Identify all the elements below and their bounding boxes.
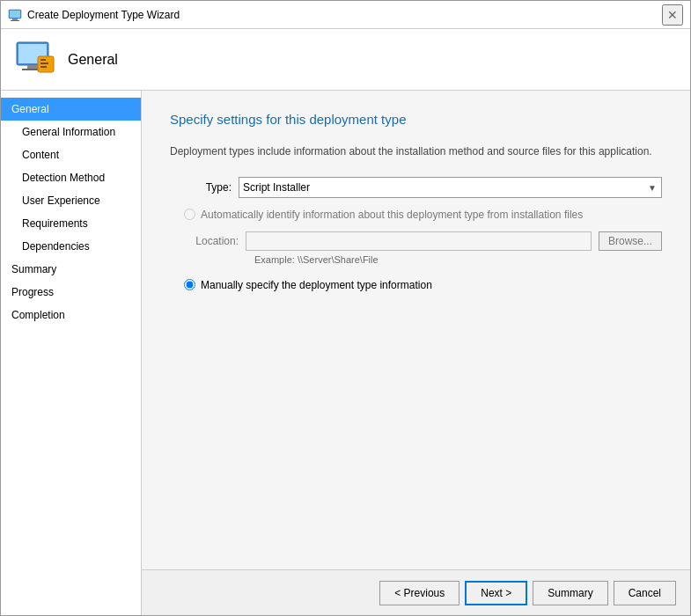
svg-rect-3: [11, 20, 19, 21]
location-example: Example: \\Server\Share\File: [254, 254, 662, 265]
main-content: Specify settings for this deployment typ…: [142, 91, 690, 569]
content-area: General General Information Content Dete…: [1, 91, 690, 615]
sidebar-item-general[interactable]: General: [1, 98, 141, 121]
browse-button[interactable]: Browse...: [599, 231, 662, 251]
location-label: Location:: [184, 235, 239, 247]
window-title: Create Deployment Type Wizard: [27, 9, 180, 21]
header-title: General: [68, 52, 118, 68]
location-row: Location: Browse...: [184, 231, 662, 251]
header-bar: General: [1, 29, 690, 91]
page-title: Specify settings for this deployment typ…: [170, 112, 662, 127]
sidebar-item-detection-method[interactable]: Detection Method: [1, 166, 141, 189]
type-select[interactable]: Script Installer MSI App-V Windows Store…: [239, 177, 662, 198]
svg-rect-6: [27, 65, 38, 69]
window-icon: [8, 8, 22, 22]
title-bar-left: Create Deployment Type Wizard: [8, 8, 180, 22]
title-bar: Create Deployment Type Wizard ✕: [1, 1, 690, 29]
type-label: Type:: [170, 181, 232, 194]
svg-rect-9: [40, 59, 46, 61]
svg-rect-2: [12, 18, 18, 20]
svg-rect-10: [40, 62, 48, 64]
sidebar-item-progress[interactable]: Progress: [1, 281, 141, 304]
main-window: Create Deployment Type Wizard ✕ General …: [0, 0, 691, 616]
next-button[interactable]: Next >: [465, 581, 527, 605]
footer: < Previous Next > Summary Cancel: [142, 569, 690, 615]
sidebar-item-completion[interactable]: Completion: [1, 304, 141, 326]
close-button[interactable]: ✕: [662, 4, 683, 26]
sidebar-item-dependencies[interactable]: Dependencies: [1, 235, 141, 258]
radio-manual-option: Manually specify the deployment type inf…: [184, 279, 662, 291]
svg-rect-11: [40, 66, 47, 68]
radio-auto[interactable]: [184, 209, 195, 220]
description-text: Deployment types include information abo…: [170, 144, 662, 159]
radio-auto-option: Automatically identify information about…: [184, 209, 662, 221]
type-select-wrapper: Script Installer MSI App-V Windows Store…: [239, 177, 662, 198]
cancel-button[interactable]: Cancel: [614, 581, 676, 605]
radio-auto-label: Automatically identify information about…: [201, 209, 583, 221]
summary-button[interactable]: Summary: [533, 581, 607, 605]
previous-button[interactable]: < Previous: [379, 581, 459, 605]
sidebar-item-user-experience[interactable]: User Experience: [1, 189, 141, 212]
svg-rect-1: [10, 11, 20, 18]
type-row: Type: Script Installer MSI App-V Windows…: [170, 177, 662, 198]
location-input[interactable]: [246, 231, 592, 251]
radio-manual-label: Manually specify the deployment type inf…: [201, 279, 432, 291]
sidebar-item-content[interactable]: Content: [1, 143, 141, 166]
sidebar-item-summary[interactable]: Summary: [1, 258, 141, 281]
main-panel: Specify settings for this deployment typ…: [142, 91, 690, 615]
header-computer-icon: [15, 39, 57, 81]
sidebar-item-general-information[interactable]: General Information: [1, 121, 141, 143]
sidebar-item-requirements[interactable]: Requirements: [1, 212, 141, 235]
sidebar: General General Information Content Dete…: [1, 91, 142, 615]
radio-manual[interactable]: [184, 279, 195, 290]
